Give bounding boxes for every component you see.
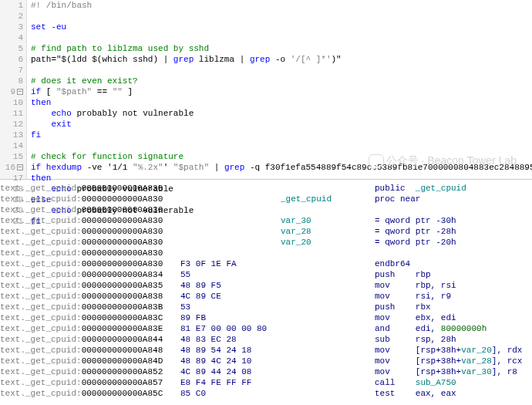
code-line[interactable]: set -eu xyxy=(31,22,532,32)
disasm-row[interactable]: text._get_cpuid:000000000000A83C89 FBmov… xyxy=(0,312,532,323)
disasm-row[interactable]: text._get_cpuid:000000000000A83E81 E7 00… xyxy=(0,323,532,334)
instruction: endbr64 xyxy=(375,258,529,269)
code-line[interactable]: fi xyxy=(31,130,532,140)
hex-bytes: 48 89 54 24 18 xyxy=(180,345,281,356)
segment-addr: text._get_cpuid:000000000000A83E xyxy=(0,323,180,334)
disasm-row[interactable]: text._get_cpuid:000000000000A84848 89 54… xyxy=(0,345,532,356)
disasm-row[interactable]: text._get_cpuid:000000000000A830 xyxy=(0,204,532,215)
hex-bytes xyxy=(180,248,281,258)
arg-name xyxy=(281,204,375,215)
hex-bytes: 55 xyxy=(180,269,281,280)
disasm-row[interactable]: text._get_cpuid:000000000000A830public _… xyxy=(0,183,532,194)
code-line[interactable]: #! /bin/bash xyxy=(31,0,532,11)
code-line[interactable]: # does it even exist? xyxy=(31,76,532,86)
line-number: 6 xyxy=(0,54,26,65)
disasm-row[interactable]: text._get_cpuid:000000000000A83B53push r… xyxy=(0,302,532,312)
arg-name: _get_cpuid xyxy=(281,194,375,204)
instruction: mov [rsp+38h+var_20], rdx xyxy=(375,345,529,356)
instruction: = qword ptr -30h xyxy=(375,215,529,226)
instruction: public _get_cpuid xyxy=(375,183,529,194)
hex-bytes: 48 83 EC 28 xyxy=(180,334,281,345)
arg-name xyxy=(281,388,375,399)
code-line[interactable] xyxy=(31,65,532,76)
disasm-row[interactable]: text._get_cpuid:000000000000A857E8 F4 FE… xyxy=(0,377,532,388)
disasm-row[interactable]: text._get_cpuid:000000000000A85C85 C0tes… xyxy=(0,388,532,399)
instruction: push rbp xyxy=(375,269,529,280)
fold-toggle-icon[interactable] xyxy=(17,89,23,95)
hex-bytes xyxy=(180,194,281,204)
disasm-row[interactable]: text._get_cpuid:000000000000A830var_30= … xyxy=(0,215,532,226)
hex-bytes: 81 E7 00 00 00 80 xyxy=(180,323,281,334)
line-number: 10 xyxy=(0,97,26,108)
hex-bytes: 85 C0 xyxy=(180,388,281,399)
line-number: 13 xyxy=(0,130,26,140)
disasm-row[interactable]: text._get_cpuid:000000000000A830var_20= … xyxy=(0,237,532,248)
fold-toggle-icon[interactable] xyxy=(17,164,23,170)
arg-name xyxy=(281,269,375,280)
hex-bytes: 53 xyxy=(180,302,281,312)
disasm-row[interactable]: text._get_cpuid:000000000000A830var_28= … xyxy=(0,226,532,237)
code-line[interactable]: if [ "$path" == "" ] xyxy=(31,86,532,97)
arg-name xyxy=(281,356,375,366)
instruction: mov [rsp+38h+var_28], rcx xyxy=(375,356,529,366)
line-number-gutter: 123456789101112131415161718192021 xyxy=(0,0,27,179)
disassembly-pane: text._get_cpuid:000000000000A830public _… xyxy=(0,180,532,405)
segment-addr: text._get_cpuid:000000000000A830 xyxy=(0,258,180,269)
segment-addr: text._get_cpuid:000000000000A830 xyxy=(0,237,180,248)
disasm-row[interactable]: text._get_cpuid:000000000000A83455push r… xyxy=(0,269,532,280)
code-line[interactable]: # find path to liblzma used by sshd xyxy=(31,43,532,54)
disasm-row[interactable]: text._get_cpuid:000000000000A84448 83 EC… xyxy=(0,334,532,345)
segment-addr: text._get_cpuid:000000000000A844 xyxy=(0,334,180,345)
hex-bytes xyxy=(180,237,281,248)
hex-bytes xyxy=(180,183,281,194)
instruction: mov rbp, rsi xyxy=(375,280,529,291)
code-line[interactable]: then xyxy=(31,97,532,108)
line-number: 7 xyxy=(0,65,26,76)
code-line[interactable] xyxy=(31,32,532,43)
arg-name xyxy=(281,280,375,291)
disassembly-listing[interactable]: text._get_cpuid:000000000000A830public _… xyxy=(0,183,532,399)
disasm-row[interactable]: text._get_cpuid:000000000000A8524C 89 44… xyxy=(0,366,532,377)
arg-name xyxy=(281,302,375,312)
instruction xyxy=(375,204,529,215)
disasm-row[interactable]: text._get_cpuid:000000000000A84D48 89 4C… xyxy=(0,356,532,366)
hex-bytes: 48 89 4C 24 10 xyxy=(180,356,281,366)
hex-bytes xyxy=(180,215,281,226)
hex-bytes: 89 FB xyxy=(180,312,281,323)
segment-addr: text._get_cpuid:000000000000A834 xyxy=(0,269,180,280)
disasm-row[interactable]: text._get_cpuid:000000000000A830_get_cpu… xyxy=(0,194,532,204)
disasm-row[interactable]: text._get_cpuid:000000000000A8384C 89 CE… xyxy=(0,291,532,302)
hex-bytes xyxy=(180,226,281,237)
code-line[interactable]: echo probably not vulnerable xyxy=(31,108,532,119)
arg-name xyxy=(281,334,375,345)
hex-bytes: 4C 89 CE xyxy=(180,291,281,302)
instruction: = qword ptr -28h xyxy=(375,226,529,237)
line-number: 1 xyxy=(0,0,26,11)
code-line[interactable]: exit xyxy=(31,119,532,130)
code-line[interactable] xyxy=(31,140,532,151)
code-line[interactable] xyxy=(31,11,532,22)
line-number: 4 xyxy=(0,32,26,43)
instruction: mov rsi, r9 xyxy=(375,291,529,302)
disasm-row[interactable]: text._get_cpuid:000000000000A830F3 0F 1E… xyxy=(0,258,532,269)
segment-addr: text._get_cpuid:000000000000A852 xyxy=(0,366,180,377)
instruction: sub rsp, 28h xyxy=(375,334,529,345)
segment-addr: text._get_cpuid:000000000000A83B xyxy=(0,302,180,312)
arg-name: var_28 xyxy=(281,226,375,237)
code-line[interactable]: path="$(ldd $(which sshd) | grep liblzma… xyxy=(31,54,532,65)
instruction: mov ebx, edi xyxy=(375,312,529,323)
arg-name: var_20 xyxy=(281,237,375,248)
code-line[interactable]: if hexdump -ve '1/1 "%.2x"' "$path" | gr… xyxy=(31,162,532,173)
arg-name xyxy=(281,312,375,323)
line-number: 8 xyxy=(0,76,26,86)
segment-addr: text._get_cpuid:000000000000A848 xyxy=(0,345,180,356)
arg-name xyxy=(281,366,375,377)
code-line[interactable]: # check for function signature xyxy=(31,151,532,162)
segment-addr: text._get_cpuid:000000000000A85C xyxy=(0,388,180,399)
arg-name xyxy=(281,248,375,258)
line-number: 14 xyxy=(0,140,26,151)
disasm-row[interactable]: text._get_cpuid:000000000000A830 xyxy=(0,248,532,258)
disasm-row[interactable]: text._get_cpuid:000000000000A83548 89 F5… xyxy=(0,280,532,291)
segment-addr: text._get_cpuid:000000000000A83C xyxy=(0,312,180,323)
hex-bytes xyxy=(180,204,281,215)
